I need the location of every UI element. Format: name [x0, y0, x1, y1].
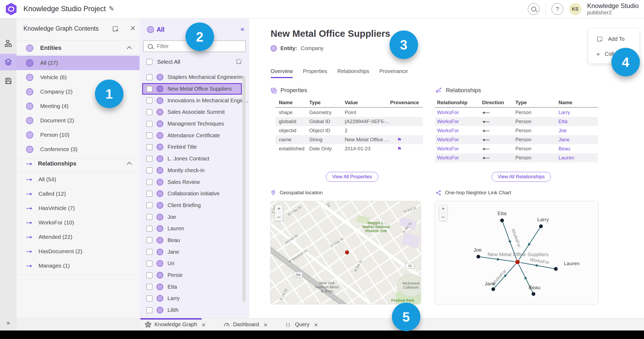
list-item[interactable]: Sales Associate Summit [140, 106, 249, 118]
view-all-relationships-button[interactable]: View All Relationships [492, 172, 551, 182]
list-item[interactable]: L. Jones Contract [140, 153, 249, 165]
entities-section-header[interactable]: Entities [17, 42, 140, 54]
user-block[interactable]: Knowledge Studio publisher2 [587, 2, 640, 15]
sidebar-entity-row[interactable]: Vehicle (6) [17, 70, 140, 84]
relationship-link[interactable]: WorksFor [437, 128, 482, 134]
item-checkbox[interactable] [146, 156, 152, 162]
list-item[interactable]: Lauren [140, 223, 249, 235]
related-entity-link[interactable]: Lauren [559, 155, 598, 161]
item-checkbox[interactable] [146, 214, 152, 220]
action-add-to[interactable]: Add To [588, 34, 639, 44]
map-canvas[interactable]: k RdW Clay StSaMaggie L.Walker NationalH… [271, 201, 421, 304]
expand-rail-button[interactable]: » [0, 319, 17, 327]
sidebar-relationship-row[interactable]: →All (54) [17, 172, 140, 187]
chart-node-larry[interactable] [539, 224, 543, 228]
list-item[interactable]: Firebird Title [140, 141, 249, 153]
sidebar-entity-row[interactable]: Person (10) [17, 128, 140, 142]
link-chart-panel[interactable]: WorksForEttaLarryJoeWorksForLaurenWorksF… [435, 201, 598, 304]
sidebar-entity-row[interactable]: All (27) [17, 56, 140, 70]
sidebar-relationship-row[interactable]: →HasDocument (2) [17, 244, 140, 259]
relationships-section-header[interactable]: → Relationships [17, 157, 140, 170]
map-marker[interactable] [345, 251, 349, 254]
bottom-tab-knowledge-graph[interactable]: Knowledge Graph× [145, 321, 206, 328]
bottom-tab-query[interactable]: { }Query× [285, 321, 318, 328]
chart-node-jane[interactable] [491, 287, 495, 291]
zoom-in-button[interactable]: + [275, 205, 283, 213]
save-rail-button[interactable] [0, 72, 17, 89]
item-checkbox[interactable] [146, 202, 152, 208]
list-item[interactable]: Joe [140, 211, 249, 223]
list-scrollbar[interactable] [242, 75, 246, 302]
item-checkbox[interactable] [146, 144, 152, 150]
chart-node-lauren[interactable] [554, 267, 558, 271]
zoom-in-button[interactable]: + [439, 205, 447, 213]
close-tab-icon[interactable]: × [263, 321, 268, 328]
item-checkbox[interactable] [146, 86, 152, 92]
list-item[interactable]: Lilith [140, 304, 249, 316]
list-item[interactable]: Larry [140, 293, 249, 304]
relationship-link[interactable]: WorksFor [437, 155, 482, 161]
close-tab-icon[interactable]: × [314, 321, 318, 328]
related-entity-link[interactable]: Etta [559, 119, 598, 124]
list-item[interactable]: Beau [140, 235, 249, 246]
layers-rail-button[interactable] [0, 54, 17, 70]
list-item[interactable]: Sales Review [140, 176, 249, 188]
orgchart-rail-button[interactable] [0, 35, 17, 52]
select-all-checkbox[interactable] [146, 59, 152, 65]
list-item[interactable]: Persie [140, 269, 249, 281]
item-checkbox[interactable] [146, 74, 152, 80]
list-item[interactable]: Uri [140, 258, 249, 269]
list-item[interactable]: New Metal Office Suppliers [142, 83, 242, 95]
item-checkbox[interactable] [146, 226, 152, 232]
tab-relationships[interactable]: Relationships [337, 68, 369, 78]
link-chart-canvas[interactable]: WorksForEttaLarryJoeWorksForLaurenWorksF… [435, 201, 598, 304]
relationship-link[interactable]: WorksFor [437, 110, 482, 115]
item-checkbox[interactable] [146, 179, 152, 185]
item-checkbox[interactable] [146, 167, 152, 173]
related-entity-link[interactable]: Joe [559, 128, 598, 134]
item-checkbox[interactable] [146, 284, 152, 290]
help-button[interactable]: ? [552, 3, 563, 15]
chart-node-beau[interactable] [532, 292, 535, 296]
edit-title-icon[interactable]: ✎ [109, 5, 114, 13]
collapse-entities-icon[interactable] [127, 46, 132, 51]
relationship-link[interactable]: WorksFor [437, 146, 482, 152]
sidebar-entity-row[interactable]: Conference (3) [17, 142, 140, 156]
map-panel[interactable]: k RdW Clay StSaMaggie L.Walker NationalH… [270, 201, 421, 304]
item-checkbox[interactable] [146, 109, 152, 115]
list-item[interactable]: Attendance Certificate [140, 130, 249, 141]
tab-provenance[interactable]: Provenance [380, 68, 408, 78]
related-entity-link[interactable]: Larry [559, 110, 598, 115]
bottom-tab-dashboard[interactable]: Dashboard× [223, 321, 268, 328]
zoom-out-button[interactable]: − [275, 213, 283, 221]
search-button[interactable] [528, 3, 540, 15]
view-all-properties-button[interactable]: View All Properties [326, 172, 378, 182]
tab-properties[interactable]: Properties [303, 68, 327, 78]
item-checkbox[interactable] [146, 121, 152, 127]
related-entity-link[interactable]: Beau [559, 146, 598, 152]
list-item[interactable]: Etta [140, 281, 249, 293]
sidebar-relationship-row[interactable]: →Attended (22) [17, 230, 140, 244]
item-checkbox[interactable] [146, 132, 152, 138]
item-checkbox[interactable] [146, 249, 152, 255]
sidebar-relationship-row[interactable]: →WorksFor (10) [17, 215, 140, 230]
collapse-list-panel-icon[interactable]: « [240, 25, 244, 33]
avatar[interactable]: KS [569, 3, 581, 15]
provenance-flag-icon[interactable]: ⚑ [397, 146, 402, 152]
add-to-new-button[interactable] [112, 25, 119, 33]
item-checkbox[interactable] [146, 261, 152, 267]
tab-overview[interactable]: Overview [271, 68, 293, 78]
chart-node-etta[interactable] [500, 219, 504, 222]
select-all-row[interactable]: Select All [146, 59, 180, 65]
relationship-link[interactable]: WorksFor [437, 119, 482, 124]
chart-node-joe[interactable] [476, 255, 480, 259]
list-item[interactable]: Managment Techniques [140, 118, 249, 130]
item-checkbox[interactable] [146, 307, 152, 313]
list-item[interactable]: Innovations in Mechanical Engin... [140, 95, 249, 106]
relationship-link[interactable]: WorksFor [437, 137, 482, 143]
list-item[interactable]: Collaboration initiative [140, 188, 249, 200]
related-entity-link[interactable]: Jane [559, 137, 598, 143]
item-checkbox[interactable] [146, 191, 152, 197]
sidebar-entity-row[interactable]: Document (2) [17, 113, 140, 128]
close-panel-icon[interactable]: × [130, 24, 136, 32]
